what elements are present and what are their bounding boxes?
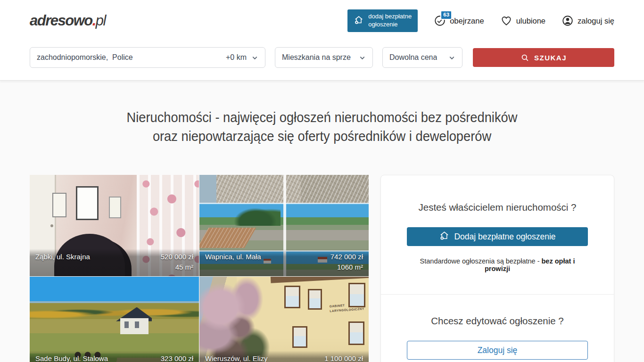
listing-price: 323 000 zł	[161, 354, 193, 362]
listing-location: Wapnica, ul. Mała	[205, 253, 261, 261]
add-listing-button-label: dodaj bezpłatne ogłoszenie	[368, 13, 412, 29]
nav-item-login[interactable]: zaloguj się	[561, 15, 614, 27]
category-value: Mieszkania na sprzedaż	[282, 53, 351, 62]
location-field: +0 km	[30, 47, 265, 68]
page-title: Nieruchomości - najwięcej ogłoszeń nieru…	[19, 108, 625, 146]
listing-area: 45 m²	[35, 263, 193, 272]
chevron-down-icon	[448, 54, 455, 61]
logo-brand: adresowo	[30, 12, 92, 29]
photo-decoration	[199, 277, 294, 362]
listing-price: 520 000 zł	[161, 253, 193, 261]
photo-decoration	[135, 321, 139, 328]
photo-decoration	[76, 186, 99, 220]
radius-value: +0 km	[226, 53, 247, 62]
add-listing-button[interactable]: dodaj bezpłatne ogłoszenie	[347, 9, 418, 32]
search-button-label: SZUKAJ	[534, 54, 567, 62]
owner-sidebar: Jesteś właścicielem nieruchomości ? Doda…	[380, 175, 614, 362]
listing-location: Ząbki, ul. Skrajna	[35, 253, 90, 261]
nav-item-favorites[interactable]: ulubione	[500, 15, 545, 27]
logo-dot: .	[92, 12, 96, 29]
radius-select[interactable]: +0 km	[226, 53, 258, 62]
listing-location: Wieruszów, ul. Elizy	[205, 354, 268, 362]
listing-location: Sade Budy, ul. Stalowa	[35, 354, 108, 362]
chevron-down-icon	[251, 54, 258, 61]
search-button[interactable]: SZUKAJ	[473, 48, 614, 67]
search-section: +0 km Mieszkania na sprzedaż Dowolna cen…	[0, 41, 644, 81]
listing-tile[interactable]: Ząbki, ul. Skrajna 520 000 zł 45 m²	[30, 175, 199, 276]
heart-icon	[500, 15, 512, 27]
logo-tld: pl	[96, 12, 106, 29]
listing-overlay: Wieruszów, ul. Elizy 1 100 000 zł	[199, 351, 369, 362]
edit-section: Chcesz edytować ogłoszenie ? Zaloguj się…	[381, 294, 614, 362]
listing-overlay: Wapnica, ul. Mała 742 000 zł 1060 m²	[199, 249, 369, 276]
owner-note: Standardowe ogłoszenia są bezpłatne - be…	[407, 257, 588, 272]
chevron-down-icon	[359, 54, 366, 61]
house-plus-icon	[354, 15, 364, 27]
listing-overlay: Sade Budy, ul. Stalowa 323 000 zł	[30, 351, 199, 362]
nav-login-label: zaloguj się	[578, 16, 614, 25]
search-icon	[520, 53, 529, 62]
photo-decoration	[216, 175, 369, 203]
nav-item-viewed[interactable]: 63 obejrzane	[434, 15, 484, 27]
listing-price: 742 000 zł	[330, 253, 363, 261]
listing-overlay: Ząbki, ul. Skrajna 520 000 zł 45 m²	[30, 249, 199, 276]
user-circle-icon	[561, 15, 574, 27]
photo-decoration	[348, 321, 364, 345]
location-input[interactable]	[37, 53, 221, 62]
category-select[interactable]: Mieszkania na sprzedaż	[275, 47, 373, 68]
photo-decoration	[124, 321, 129, 328]
add-listing-sidebar-label: Dodaj bezpłatne ogłoszenie	[454, 232, 555, 242]
login-sidebar-button[interactable]: Zaloguj się	[407, 341, 588, 360]
viewed-count-badge: 63	[440, 10, 452, 20]
listing-area: 1060 m²	[205, 263, 363, 272]
check-circle-icon: 63	[434, 15, 446, 27]
listing-price: 1 100 000 zł	[324, 354, 363, 362]
listing-tile[interactable]: Sade Budy, ul. Stalowa 323 000 zł	[30, 277, 199, 362]
photo-decoration	[292, 326, 307, 348]
photo-decoration	[50, 224, 53, 227]
house-plus-icon	[439, 230, 450, 243]
search-bar: +0 km Mieszkania na sprzedaż Dowolna cen…	[30, 47, 614, 68]
main-content: Nieruchomości - najwięcej ogłoszeń nieru…	[0, 81, 644, 362]
owner-heading: Jesteś właścicielem nieruchomości ?	[407, 202, 588, 213]
add-listing-sidebar-button[interactable]: Dodaj bezpłatne ogłoszenie	[407, 227, 588, 246]
photo-decoration	[30, 301, 199, 323]
owner-section: Jesteś właścicielem nieruchomości ? Doda…	[381, 175, 614, 294]
top-nav: dodaj bezpłatne ogłoszenie 63 obejrzane …	[347, 9, 614, 32]
photo-decoration	[109, 197, 121, 218]
price-select[interactable]: Dowolna cena	[382, 47, 462, 68]
listing-tile[interactable]: GABINET LARYNGOLOGICZNY Wieruszów, ul. E…	[199, 277, 369, 362]
photo-decoration	[308, 289, 322, 310]
nav-favorites-label: ulubione	[516, 16, 545, 25]
nav-viewed-label: obejrzane	[450, 16, 484, 25]
photo-decoration	[230, 206, 281, 226]
listing-tile[interactable]: Wapnica, ul. Mała 742 000 zł 1060 m²	[199, 175, 369, 276]
listings-grid: Ząbki, ul. Skrajna 520 000 zł 45 m²	[30, 175, 369, 362]
top-bar: adresowo.pl dodaj bezpłatne ogłoszenie 6	[0, 0, 644, 41]
photo-decoration	[52, 193, 66, 217]
logo[interactable]: adresowo.pl	[30, 12, 106, 29]
edit-heading: Chcesz edytować ogłoszenie ?	[407, 315, 588, 327]
price-value: Dowolna cena	[389, 53, 437, 62]
